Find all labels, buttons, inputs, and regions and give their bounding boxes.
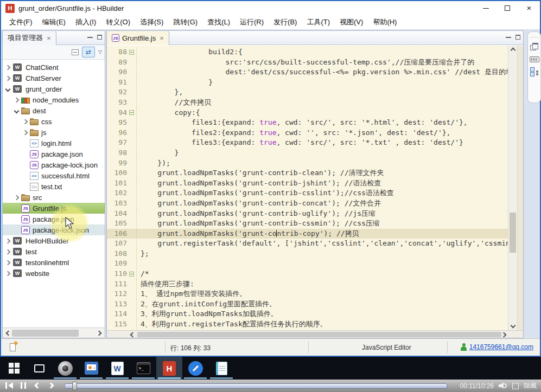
link-with-editor-icon[interactable] <box>82 47 95 57</box>
menu-l[interactable]: 查找(L) <box>202 16 235 29</box>
tab-gruntfile-js[interactable]: Gruntfile.js × <box>107 31 169 45</box>
code-line-111[interactable]: 111插件使用三步骤: <box>107 279 508 290</box>
scrollbar-thumb[interactable] <box>137 332 501 337</box>
tree-item-test[interactable]: test <box>3 246 105 257</box>
expand-collapsed-icon[interactable] <box>5 260 11 265</box>
scroll-up-icon[interactable] <box>511 48 516 53</box>
tree-item-css[interactable]: css <box>3 116 105 127</box>
tree-item-chatclient[interactable]: ChatClient <box>3 62 105 73</box>
menu-i[interactable]: 插入(I) <box>71 16 101 29</box>
tree-item-login-html[interactable]: login.html <box>3 138 105 149</box>
code-line-93[interactable]: 93 //文件拷贝 <box>107 98 508 108</box>
speaker-app-button[interactable] <box>52 357 78 380</box>
code-line-106[interactable]: 106 grunt.loadNpmTasks('grunt-contrib-co… <box>107 229 508 239</box>
menu-v[interactable]: 视图(V) <box>335 16 368 29</box>
code-line-112[interactable]: 1121、 通过npm包管理器安装插件。 <box>107 289 508 299</box>
code-line-113[interactable]: 1132、在grunt.initConfig里面配置插件。 <box>107 299 508 310</box>
menu-e[interactable]: 编辑(E) <box>37 16 71 29</box>
scrollbar-thumb[interactable] <box>12 330 79 337</box>
keyboard-icon[interactable] <box>530 56 539 62</box>
code-line-89[interactable]: 89 src:'src/css/built-successful-temp.cs… <box>107 57 508 68</box>
editor-horizontal-scrollbar[interactable] <box>107 330 523 338</box>
code-line-96[interactable]: 96 files2:{expand: true, cwd: '', src: '… <box>107 128 508 138</box>
expand-collapsed-icon[interactable] <box>23 119 28 124</box>
panel-minimize-icon[interactable] <box>87 36 93 38</box>
expand-collapsed-icon[interactable] <box>5 238 11 243</box>
menu-h[interactable]: 帮助(H) <box>368 16 402 29</box>
expand-collapsed-icon[interactable] <box>14 97 20 102</box>
code-line-103[interactable]: 103 grunt.loadNpmTasks('grunt-contrib-co… <box>107 198 508 209</box>
tree-item-src[interactable]: src <box>3 192 105 203</box>
menu-t[interactable]: 工具(T) <box>302 16 335 29</box>
tree-item-hellohbuilder[interactable]: HelloHBuilder <box>3 235 105 246</box>
panel-maximize-icon[interactable] <box>97 35 102 40</box>
fold-collapse-icon[interactable] <box>129 110 134 115</box>
tree-item-dest[interactable]: dest <box>3 105 105 116</box>
minimize-button[interactable] <box>475 1 497 15</box>
tree-item-grunt-order[interactable]: grunt_order <box>3 83 105 94</box>
tree-item-package-json[interactable]: package.json <box>3 214 105 224</box>
cmd-app-button[interactable] <box>130 357 156 380</box>
tree-item-website[interactable]: website <box>3 268 105 279</box>
scroll-left-icon[interactable] <box>130 332 136 338</box>
tree-item-package-json[interactable]: package.json <box>3 149 105 159</box>
fold-collapse-icon[interactable] <box>129 50 134 55</box>
editor-vertical-scrollbar[interactable] <box>508 46 517 330</box>
code-line-102[interactable]: 102 grunt.loadNpmTasks('grunt-contrib-cs… <box>107 188 508 198</box>
code-line-97[interactable]: 97 files3:{expand: true, cwd: 'src/', sr… <box>107 138 508 148</box>
expand-collapsed-icon[interactable] <box>5 271 11 276</box>
code-line-99[interactable]: 99 }); <box>107 158 508 169</box>
tree-item-package-lock-json[interactable]: package-lock.json <box>3 224 105 235</box>
menu-b[interactable]: 发行(B) <box>269 16 302 29</box>
expand-expanded-icon[interactable] <box>14 108 20 113</box>
code-line-101[interactable]: 101 grunt.loadNpmTasks('grunt-contrib-js… <box>107 178 508 189</box>
next-button[interactable] <box>47 382 58 390</box>
scrollbar-thumb[interactable] <box>510 213 516 253</box>
start-button[interactable] <box>2 357 26 380</box>
tree-item-node-modules[interactable]: node_modules <box>3 94 105 105</box>
menu-g[interactable]: 跳转(G) <box>168 16 202 29</box>
expand-collapsed-icon[interactable] <box>5 249 11 254</box>
toolbar-grip[interactable] <box>530 33 538 37</box>
menu-r[interactable]: 运行(R) <box>235 16 269 29</box>
tab-close-icon[interactable]: × <box>47 34 51 42</box>
maximize-button[interactable] <box>497 1 518 15</box>
presentation-app-button[interactable] <box>78 357 104 380</box>
scroll-left-icon[interactable] <box>6 331 11 336</box>
view-menu-icon[interactable] <box>98 49 102 55</box>
code-area[interactable]: 88 build2:{89 src:'src/css/built-success… <box>107 46 523 330</box>
expand-collapsed-icon[interactable] <box>23 130 28 135</box>
slider-handle[interactable] <box>72 382 77 390</box>
code-line-107[interactable]: 107 grunt.registerTask('default', ['jshi… <box>107 239 508 249</box>
scroll-down-icon[interactable] <box>511 323 516 329</box>
tree-item-package-lock-json[interactable]: package-lock.json <box>3 159 105 170</box>
restore-panel-icon[interactable] <box>530 42 539 51</box>
hide-checkbox[interactable] <box>512 383 519 389</box>
outline-icon[interactable] <box>530 67 539 76</box>
tab-project-manager[interactable]: 项目管理器 × <box>3 31 56 45</box>
tree-item-testonlinehtml[interactable]: testonlinehtml <box>3 257 105 268</box>
task-view-button[interactable] <box>26 357 52 380</box>
word-app-button[interactable] <box>104 357 130 380</box>
expand-collapsed-icon[interactable] <box>5 75 11 81</box>
collapse-all-icon[interactable] <box>72 49 79 55</box>
menu-s[interactable]: 选择(S) <box>135 16 168 29</box>
code-line-114[interactable]: 1143、利用grunt.loadNpmTasks加载插件。 <box>107 309 508 319</box>
code-line-108[interactable]: 108}; <box>107 249 508 259</box>
code-line-115[interactable]: 1154、利用grunt.registerTask配置插件任务执行的顺序。 <box>107 319 508 330</box>
code-line-109[interactable]: 109 <box>107 259 508 269</box>
pause-button[interactable] <box>18 382 29 390</box>
code-line-95[interactable]: 95 files1:{expand: true, cwd: 'src/', sr… <box>107 118 508 128</box>
sidebar-horizontal-scrollbar[interactable] <box>3 327 105 338</box>
menu-f[interactable]: 文件(F) <box>4 16 37 29</box>
skip-to-start-button[interactable] <box>4 382 15 390</box>
expand-expanded-icon[interactable] <box>5 86 11 92</box>
panel-minimize-icon[interactable] <box>506 36 511 38</box>
code-line-98[interactable]: 98 } <box>107 148 508 158</box>
scroll-right-icon[interactable] <box>97 331 102 336</box>
code-line-88[interactable]: 88 build2:{ <box>107 47 508 57</box>
fold-collapse-icon[interactable] <box>129 272 134 277</box>
tree-item-chatserver[interactable]: ChatServer <box>3 73 105 83</box>
close-button[interactable]: × <box>518 1 540 15</box>
pencil-app-button[interactable] <box>182 357 208 380</box>
